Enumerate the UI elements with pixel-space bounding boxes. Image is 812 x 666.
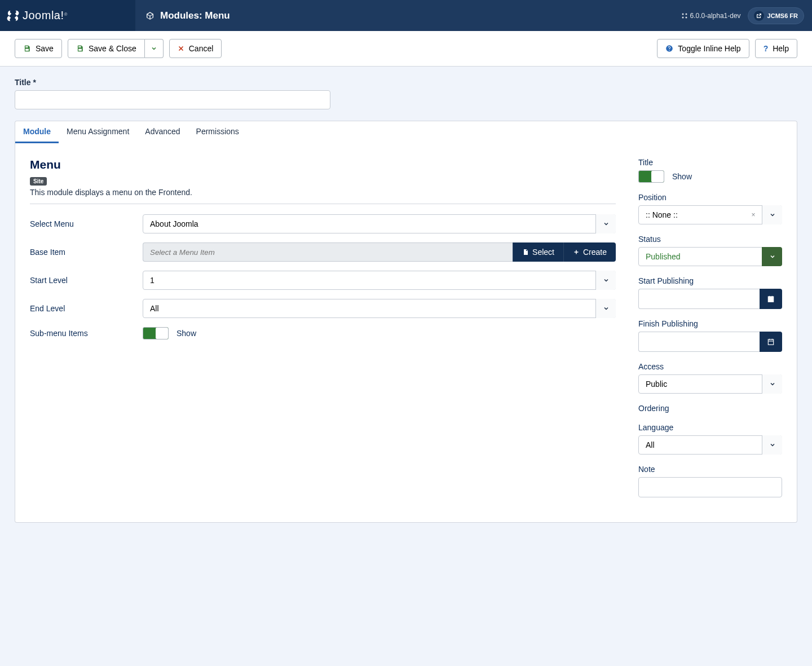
title-input[interactable]: [15, 90, 330, 109]
finish-publishing-field[interactable]: [638, 332, 760, 352]
svg-rect-9: [768, 339, 773, 345]
joomla-icon: [7, 10, 19, 22]
language-label: Language: [638, 423, 782, 432]
close-icon: [178, 45, 184, 52]
position-label: Position: [638, 193, 782, 202]
start-level-field[interactable]: [143, 271, 616, 290]
tabstrip: Module Menu Assignment Advanced Permissi…: [15, 121, 797, 143]
show-title-toggle[interactable]: [638, 170, 664, 183]
submenu-items-label: Sub-menu Items: [30, 329, 143, 338]
finish-publishing-label: Finish Publishing: [638, 319, 782, 328]
toggle-inline-help-button[interactable]: Toggle Inline Help: [657, 39, 749, 58]
save-close-button[interactable]: Save & Close: [68, 39, 145, 58]
save-close-group: Save & Close: [68, 39, 164, 58]
status-label: Status: [638, 235, 782, 244]
save-icon: [23, 45, 31, 52]
cancel-button[interactable]: Cancel: [169, 39, 222, 58]
select-menu-label: Select Menu: [30, 219, 143, 228]
save-close-dropdown[interactable]: [145, 39, 164, 58]
brand-area: Joomla!®: [0, 0, 135, 31]
show-title-state: Show: [672, 172, 692, 181]
finish-publishing-calendar-button[interactable]: [760, 332, 782, 352]
base-item-select-button[interactable]: Select: [513, 242, 563, 262]
start-publishing-field[interactable]: [638, 289, 760, 309]
access-field[interactable]: [638, 374, 782, 394]
topbar: Joomla!® Modules: Menu 6.0.0-alpha1-dev …: [0, 0, 812, 31]
save-button[interactable]: Save: [15, 39, 62, 58]
site-badge: Site: [30, 177, 47, 186]
question-solid-icon: [665, 45, 673, 52]
toolbar: Save Save & Close Cancel Toggle Inline H…: [0, 31, 812, 67]
language-field[interactable]: [638, 435, 782, 455]
help-button[interactable]: ? Help: [755, 39, 797, 58]
joomla-logo[interactable]: Joomla!®: [7, 9, 67, 22]
joomla-small-icon: [681, 12, 688, 19]
tab-module[interactable]: Module: [15, 121, 59, 143]
base-item-field[interactable]: [143, 242, 513, 262]
ordering-label: Ordering: [638, 404, 782, 413]
question-icon: ?: [764, 44, 769, 53]
position-clear-button[interactable]: ×: [747, 205, 760, 224]
external-link-icon: [754, 11, 764, 21]
plus-icon: [573, 249, 580, 255]
svg-point-2: [682, 16, 683, 18]
position-field[interactable]: [638, 205, 782, 224]
start-publishing-label: Start Publishing: [638, 276, 782, 285]
version-label: 6.0.0-alpha1-dev: [681, 12, 741, 20]
end-level-label: End Level: [30, 304, 143, 313]
chevron-down-icon: [151, 45, 157, 52]
calendar-icon: [767, 295, 775, 303]
note-field[interactable]: [638, 477, 782, 497]
tab-permissions[interactable]: Permissions: [188, 121, 247, 143]
end-level-field[interactable]: [143, 299, 616, 318]
submenu-items-toggle[interactable]: [143, 327, 169, 339]
save-icon: [76, 45, 84, 52]
svg-point-1: [685, 13, 687, 15]
svg-point-3: [685, 16, 687, 18]
status-field[interactable]: [638, 247, 782, 266]
tab-advanced[interactable]: Advanced: [137, 121, 188, 143]
base-item-label: Base Item: [30, 248, 143, 257]
side-title-label: Title: [638, 158, 782, 167]
select-menu-field[interactable]: [143, 214, 616, 233]
file-icon: [522, 249, 529, 255]
base-item-create-button[interactable]: Create: [563, 242, 616, 262]
page-title: Modules: Menu: [135, 10, 240, 21]
submenu-items-state: Show: [176, 329, 196, 338]
tab-panel: Menu Site This module displays a menu on…: [15, 143, 797, 523]
start-level-label: Start Level: [30, 276, 143, 285]
svg-point-0: [682, 13, 683, 15]
brand-text: Joomla!®: [23, 9, 67, 22]
note-label: Note: [638, 465, 782, 474]
tab-menu-assignment[interactable]: Menu Assignment: [59, 121, 137, 143]
profile-button[interactable]: JCMS6 FR: [748, 7, 804, 24]
calendar-icon: [767, 338, 775, 346]
cube-icon: [145, 11, 155, 20]
module-heading: Menu: [30, 158, 616, 171]
module-description: This module displays a menu on the Front…: [30, 188, 616, 197]
title-label: Title *: [15, 78, 797, 87]
access-label: Access: [638, 362, 782, 371]
start-publishing-calendar-button[interactable]: [760, 289, 782, 309]
